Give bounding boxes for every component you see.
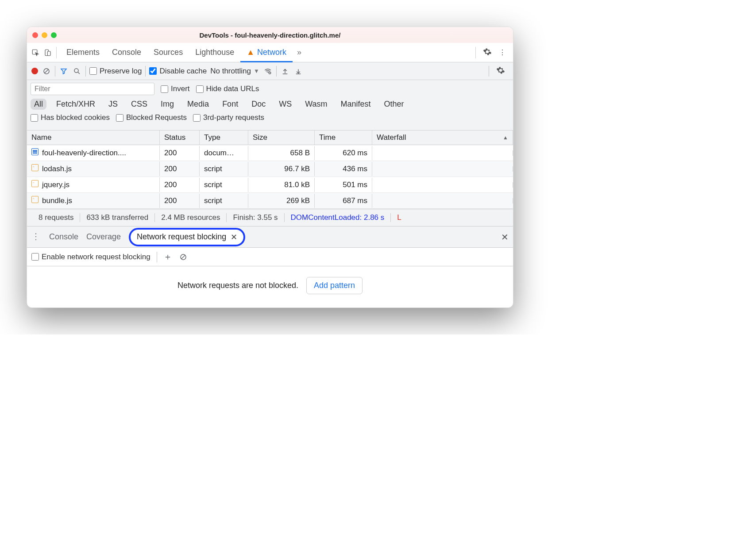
filter-funnel-icon[interactable]	[59, 66, 69, 76]
table-row[interactable]: bundle.js200script269 kB687 ms	[27, 193, 513, 209]
invert-label: Invert	[171, 84, 190, 93]
table-row[interactable]: jquery.js200script81.0 kB501 ms	[27, 177, 513, 193]
col-name[interactable]: Name	[27, 131, 160, 145]
summary-bar: 8 requests 633 kB transferred 2.4 MB res…	[27, 209, 513, 227]
network-toolbar: Preserve log Disable cache No throttling…	[27, 62, 513, 80]
col-waterfall[interactable]: Waterfall▲	[372, 131, 513, 145]
warning-icon: ▲	[247, 48, 255, 57]
type-filter-font[interactable]: Font	[219, 99, 242, 110]
svg-line-4	[45, 69, 49, 73]
col-status[interactable]: Status	[160, 131, 200, 145]
type-filter-all[interactable]: All	[31, 99, 46, 110]
close-tab-icon[interactable]: ✕	[231, 232, 237, 242]
blocked-requests-checkbox[interactable]: Blocked Requests	[116, 113, 187, 122]
table-body: foul-heavenly-direction....200docum…658 …	[27, 145, 513, 209]
search-icon[interactable]	[72, 66, 82, 76]
disable-cache-checkbox[interactable]: Disable cache	[149, 67, 207, 76]
type-filter-fetch-xhr[interactable]: Fetch/XHR	[53, 99, 99, 110]
tab-elements[interactable]: Elements	[60, 43, 106, 62]
tab-network[interactable]: ▲ Network	[240, 43, 293, 62]
sort-indicator-icon: ▲	[503, 134, 508, 141]
type-filter-doc[interactable]: Doc	[248, 99, 269, 110]
network-conditions-icon[interactable]	[263, 66, 273, 76]
cell-waterfall	[372, 166, 513, 172]
col-size[interactable]: Size	[248, 131, 315, 145]
drawer-tab-network-request-blocking[interactable]: Network request blocking ✕	[129, 228, 245, 246]
cell-time: 620 ms	[315, 146, 372, 160]
clear-icon[interactable]	[42, 66, 51, 76]
drawer-tab-coverage[interactable]: Coverage	[86, 232, 121, 242]
cell-status: 200	[160, 178, 200, 192]
svg-rect-2	[47, 51, 50, 56]
summary-dcl: DOMContentLoaded: 2.86 s	[285, 213, 391, 222]
filter-input[interactable]	[31, 83, 154, 95]
drawer-menu-icon[interactable]: ⋯	[31, 232, 42, 242]
devtools-window: DevTools - foul-heavenly-direction.glitc…	[27, 27, 513, 308]
cell-status: 200	[160, 194, 200, 208]
has-blocked-cookies-checkbox[interactable]: Has blocked cookies	[31, 113, 110, 122]
cell-size: 658 B	[248, 146, 315, 160]
settings-gear-icon[interactable]	[479, 47, 495, 58]
tab-console[interactable]: Console	[106, 43, 147, 62]
upload-har-icon[interactable]	[280, 66, 290, 76]
enable-blocking-checkbox[interactable]: Enable network request blocking	[31, 253, 150, 261]
type-filter-manifest[interactable]: Manifest	[337, 99, 374, 110]
inspect-icon[interactable]	[31, 48, 40, 58]
col-time[interactable]: Time	[315, 131, 372, 145]
type-filter-css[interactable]: CSS	[127, 99, 151, 110]
cell-name: jquery.js	[27, 177, 160, 192]
throttling-value: No throttling	[210, 67, 251, 76]
add-pattern-button[interactable]: Add pattern	[306, 277, 363, 294]
add-pattern-icon[interactable]: ＋	[163, 251, 172, 263]
clear-patterns-icon[interactable]	[178, 252, 188, 262]
type-filter-js[interactable]: JS	[105, 99, 121, 110]
empty-state: Network requests are not blocked. Add pa…	[27, 266, 513, 307]
third-party-checkbox[interactable]: 3rd-party requests	[193, 113, 264, 122]
network-settings-gear-icon[interactable]	[493, 66, 509, 77]
invert-checkbox[interactable]: Invert	[161, 84, 190, 93]
kebab-menu-icon[interactable]: ⋮	[495, 48, 509, 57]
resource-type-filters: AllFetch/XHRJSCSSImgMediaFontDocWSWasmMa…	[31, 99, 509, 110]
summary-resources: 2.4 MB resources	[155, 213, 227, 222]
script-icon	[31, 164, 39, 171]
preserve-log-checkbox[interactable]: Preserve log	[89, 67, 142, 76]
cell-time: 687 ms	[315, 194, 372, 208]
summary-transferred: 633 kB transferred	[80, 213, 155, 222]
col-type[interactable]: Type	[200, 131, 248, 145]
blocked-requests-label: Blocked Requests	[126, 113, 187, 122]
svg-line-9	[181, 255, 185, 259]
cell-type: script	[200, 194, 248, 208]
table-row[interactable]: lodash.js200script96.7 kB436 ms	[27, 161, 513, 177]
hide-data-urls-checkbox[interactable]: Hide data URLs	[196, 84, 259, 93]
close-drawer-icon[interactable]: ✕	[501, 232, 509, 242]
cell-status: 200	[160, 146, 200, 160]
cell-waterfall	[372, 150, 513, 156]
filter-bar: Invert Hide data URLs AllFetch/XHRJSCSSI…	[27, 80, 513, 131]
chevron-down-icon: ▼	[254, 68, 259, 74]
record-button[interactable]	[31, 68, 38, 74]
device-toggle-icon[interactable]	[43, 48, 53, 58]
download-har-icon[interactable]	[293, 66, 303, 76]
cell-time: 501 ms	[315, 178, 372, 192]
drawer-tab-console[interactable]: Console	[49, 232, 78, 242]
tab-sources[interactable]: Sources	[147, 43, 189, 62]
empty-message: Network requests are not blocked.	[177, 281, 298, 290]
more-tabs-chevron-icon[interactable]: »	[293, 48, 306, 57]
cell-name: bundle.js	[27, 193, 160, 208]
table-header: Name Status Type Size Time Waterfall▲	[27, 131, 513, 145]
type-filter-ws[interactable]: WS	[275, 99, 295, 110]
cell-waterfall	[372, 182, 513, 188]
type-filter-img[interactable]: Img	[157, 99, 177, 110]
table-row[interactable]: foul-heavenly-direction....200docum…658 …	[27, 145, 513, 161]
type-filter-wasm[interactable]: Wasm	[301, 99, 331, 110]
cell-waterfall	[372, 198, 513, 204]
cell-status: 200	[160, 162, 200, 176]
type-filter-other[interactable]: Other	[381, 99, 408, 110]
throttling-select[interactable]: No throttling▼	[210, 67, 259, 76]
cell-name: foul-heavenly-direction....	[27, 146, 160, 160]
cell-size: 269 kB	[248, 194, 315, 208]
hide-data-urls-label: Hide data URLs	[206, 84, 259, 93]
type-filter-media[interactable]: Media	[184, 99, 212, 110]
tab-lighthouse[interactable]: Lighthouse	[189, 43, 240, 62]
window-title: DevTools - foul-heavenly-direction.glitc…	[27, 31, 513, 39]
